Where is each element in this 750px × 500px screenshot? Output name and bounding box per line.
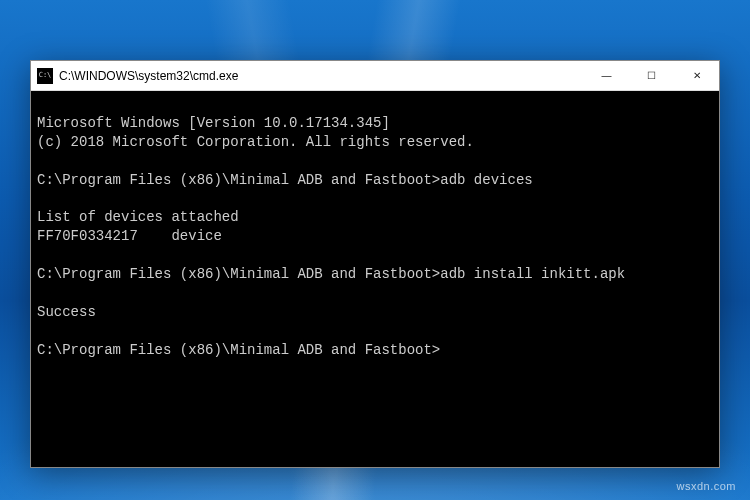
window-title: C:\WINDOWS\system32\cmd.exe [59,69,584,83]
terminal-prompt-line: C:\Program Files (x86)\Minimal ADB and F… [37,171,713,190]
terminal-prompt-line: C:\Program Files (x86)\Minimal ADB and F… [37,341,713,360]
window-controls: — ☐ ✕ [584,61,719,90]
terminal-prompt: C:\Program Files (x86)\Minimal ADB and F… [37,342,440,358]
terminal-prompt: C:\Program Files (x86)\Minimal ADB and F… [37,266,440,282]
cmd-icon: C:\ [37,68,53,84]
terminal-line: (c) 2018 Microsoft Corporation. All righ… [37,134,474,150]
terminal-prompt-line: C:\Program Files (x86)\Minimal ADB and F… [37,265,713,284]
terminal-output[interactable]: Microsoft Windows [Version 10.0.17134.34… [31,91,719,467]
window-titlebar[interactable]: C:\ C:\WINDOWS\system32\cmd.exe — ☐ ✕ [31,61,719,91]
cmd-icon-label: C:\ [39,72,52,79]
terminal-line: Success [37,304,96,320]
terminal-line: Microsoft Windows [Version 10.0.17134.34… [37,115,390,131]
maximize-icon: ☐ [647,70,656,81]
terminal-line: FF70F0334217 device [37,228,222,244]
minimize-icon: — [602,70,612,81]
maximize-button[interactable]: ☐ [629,61,674,90]
watermark: wsxdn.com [676,480,736,492]
terminal-prompt: C:\Program Files (x86)\Minimal ADB and F… [37,172,440,188]
cmd-window: C:\ C:\WINDOWS\system32\cmd.exe — ☐ ✕ Mi… [30,60,720,468]
minimize-button[interactable]: — [584,61,629,90]
terminal-command: adb devices [440,172,532,188]
close-icon: ✕ [693,70,701,81]
terminal-line: List of devices attached [37,209,239,225]
close-button[interactable]: ✕ [674,61,719,90]
terminal-command: adb install inkitt.apk [440,266,625,282]
